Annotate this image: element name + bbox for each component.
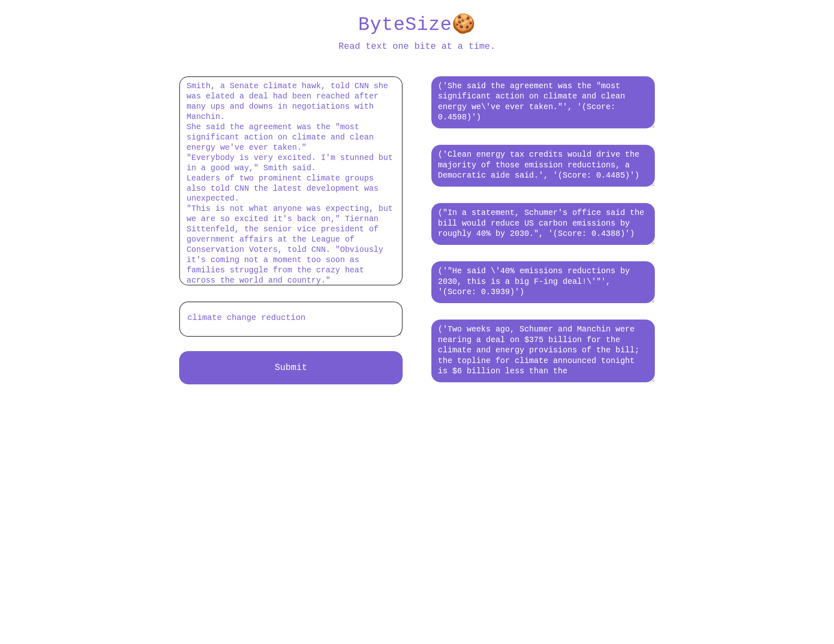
result-text: ('She said the agreement was the "most s… [438,82,625,122]
query-input[interactable] [179,301,403,337]
result-text: ("In a statement, Schumer's office said … [438,208,644,238]
result-text: ('Two weeks ago, Schumer and Manchin wer… [438,325,639,375]
result-text: ('"He said \'40% emissions reductions by… [438,267,630,297]
page-root: ByteSize🍪 Read text one bite at a time. … [155,0,679,401]
header: ByteSize🍪 Read text one bite at a time. [179,12,655,52]
cookie-icon: 🍪 [452,12,476,34]
result-text: ('Clean energy tax credits would drive t… [438,150,639,180]
result-card: ('She said the agreement was the "most s… [431,76,655,128]
main-columns: Submit ('She said the agreement was the … [179,76,655,384]
result-card: ('Two weeks ago, Schumer and Manchin wer… [431,320,655,382]
result-card: ('"He said \'40% emissions reductions by… [431,261,655,303]
app-title: ByteSize🍪 [179,12,655,36]
source-text-input[interactable] [179,76,403,285]
results-column: ('She said the agreement was the "most s… [431,76,655,382]
submit-button[interactable]: Submit [179,351,403,384]
tagline: Read text one bite at a time. [179,41,655,52]
result-card: ('Clean energy tax credits would drive t… [431,145,655,187]
left-column: Submit [179,76,403,384]
result-card: ("In a statement, Schumer's office said … [431,203,655,245]
app-title-text: ByteSize [358,14,452,36]
